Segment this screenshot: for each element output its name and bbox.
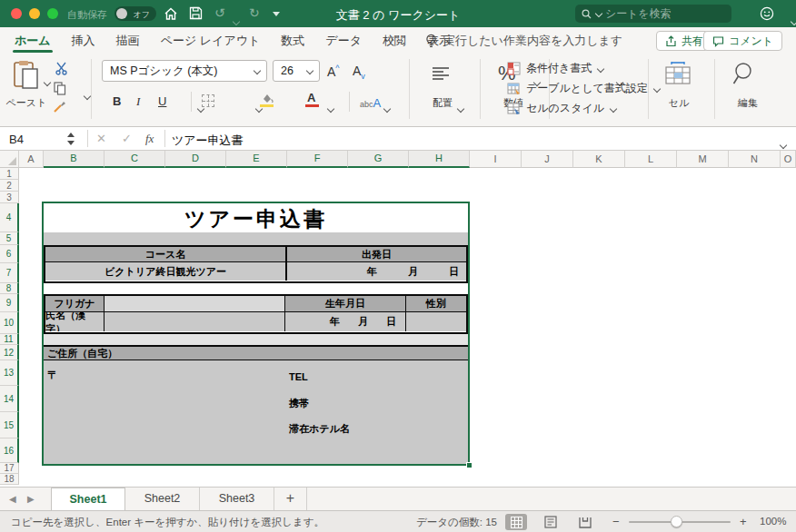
cell-styles-button[interactable]: セルのスタイル bbox=[507, 101, 617, 116]
font-size-select[interactable]: 26 bbox=[273, 60, 320, 82]
departure-date-cell[interactable]: 年 月 日 bbox=[287, 262, 466, 281]
birthdate-header-cell[interactable]: 生年月日 bbox=[285, 296, 406, 311]
column-header-O[interactable]: O bbox=[781, 151, 796, 168]
zoom-level[interactable]: 100% bbox=[760, 516, 786, 527]
gender-header-cell[interactable]: 性別 bbox=[406, 296, 466, 311]
column-header-F[interactable]: F bbox=[287, 151, 348, 168]
birthdate-date-cell[interactable]: 年 月 日 bbox=[285, 312, 406, 331]
fill-color-dropdown-icon[interactable] bbox=[327, 106, 334, 112]
paste-button[interactable] bbox=[13, 60, 40, 91]
row-header-10[interactable]: 10 bbox=[0, 312, 19, 334]
form-title-cell[interactable]: ツアー申込書 bbox=[44, 203, 468, 232]
page-break-view-button[interactable] bbox=[574, 514, 596, 530]
form-spacer-band-2[interactable] bbox=[44, 334, 468, 345]
comments-button[interactable]: コメント bbox=[703, 31, 782, 51]
row-header-18[interactable]: 18 bbox=[0, 474, 19, 485]
row-header-11[interactable]: 11 bbox=[0, 334, 19, 345]
next-sheet-icon[interactable]: ▶ bbox=[27, 494, 35, 504]
column-header-D[interactable]: D bbox=[165, 151, 226, 168]
menu-tab[interactable]: 数式 bbox=[281, 27, 304, 54]
decrease-font-button[interactable]: Av bbox=[353, 64, 365, 81]
format-as-table-button[interactable]: テーブルとして書式設定 bbox=[507, 81, 661, 96]
page-layout-view-button[interactable] bbox=[540, 514, 562, 530]
name-kanji-label-cell[interactable]: 氏名（漢字） bbox=[45, 312, 104, 331]
course-value-cell[interactable]: ビクトリア終日観光ツアー bbox=[45, 262, 287, 281]
address-body-cell[interactable]: 〒 TEL 携帯 滞在ホテル名 bbox=[44, 360, 468, 464]
column-header-I[interactable]: I bbox=[470, 151, 522, 168]
tour-form-selection[interactable]: ツアー申込書 コース名 出発日 ビクトリア終日観光ツアー 年 月 日 bbox=[42, 202, 470, 466]
format-painter-icon[interactable] bbox=[53, 100, 67, 114]
row-header-16[interactable]: 16 bbox=[0, 438, 19, 463]
menu-tab[interactable]: ホーム bbox=[15, 27, 51, 54]
conditional-formatting-button[interactable]: 条件付き書式 bbox=[507, 61, 604, 76]
row-header-15[interactable]: 15 bbox=[0, 412, 19, 438]
italic-button[interactable]: I bbox=[136, 94, 140, 109]
select-all-corner[interactable] bbox=[0, 151, 19, 168]
paste-dropdown-icon[interactable] bbox=[44, 80, 51, 85]
name-input-cell[interactable] bbox=[104, 312, 285, 331]
row-header-3[interactable]: 3 bbox=[0, 192, 19, 203]
course-header-cell[interactable]: コース名 bbox=[45, 247, 287, 261]
formula-bar-expand-icon[interactable] bbox=[780, 143, 787, 148]
column-header-B[interactable]: B bbox=[44, 151, 104, 168]
column-header-C[interactable]: C bbox=[104, 151, 165, 168]
cells-icon[interactable] bbox=[664, 62, 692, 85]
form-spacer-band[interactable] bbox=[44, 232, 468, 245]
prev-sheet-icon[interactable]: ◀ bbox=[9, 494, 16, 504]
underline-button[interactable]: U bbox=[158, 94, 166, 108]
column-header-A[interactable]: A bbox=[19, 151, 44, 168]
sheet-tab-sheet1[interactable]: Sheet1 bbox=[51, 488, 125, 510]
row-header-17[interactable]: 17 bbox=[0, 463, 19, 474]
font-color-button[interactable]: A bbox=[307, 91, 315, 104]
row-header-14[interactable]: 14 bbox=[0, 386, 19, 412]
text-effects-button[interactable]: abcA bbox=[360, 96, 381, 110]
row-header-4[interactable]: 4 bbox=[0, 203, 19, 232]
furigana-header-cell[interactable]: フリガナ bbox=[45, 296, 104, 311]
address-header-cell[interactable]: ご住所（自宅） bbox=[44, 345, 468, 360]
borders-button[interactable] bbox=[202, 94, 214, 107]
column-header-M[interactable]: M bbox=[677, 151, 729, 168]
copy-icon[interactable] bbox=[54, 82, 66, 95]
row-header-13[interactable]: 13 bbox=[0, 360, 19, 386]
zoom-out-icon[interactable]: − bbox=[612, 515, 620, 528]
sheet-tab-sheet2[interactable]: Sheet2 bbox=[125, 488, 200, 510]
selection-fill-handle[interactable] bbox=[466, 462, 473, 468]
bold-button[interactable]: B bbox=[113, 94, 121, 108]
search-scope-chevron-icon[interactable] bbox=[595, 11, 602, 16]
row-header-1[interactable]: 1 bbox=[0, 168, 19, 180]
menu-tab[interactable]: 校閲 bbox=[383, 27, 406, 54]
sheet-canvas[interactable]: ツアー申込書 コース名 出発日 ビクトリア終日観光ツアー 年 月 日 bbox=[19, 168, 796, 487]
sheet-tab-sheet3[interactable]: Sheet3 bbox=[200, 488, 274, 510]
tell-me[interactable]: 実行したい作業内容を入力します bbox=[425, 27, 622, 54]
column-header-L[interactable]: L bbox=[625, 151, 677, 168]
row-header-5[interactable]: 5 bbox=[0, 232, 19, 245]
menu-tab[interactable]: ページ レイアウト bbox=[161, 27, 261, 54]
search-box[interactable]: シートを検索 bbox=[575, 5, 731, 23]
column-header-H[interactable]: H bbox=[409, 151, 470, 168]
editing-icon[interactable] bbox=[732, 62, 756, 85]
column-header-G[interactable]: G bbox=[348, 151, 409, 168]
column-header-K[interactable]: K bbox=[573, 151, 625, 168]
row-header-8[interactable]: 8 bbox=[0, 283, 19, 294]
row-header-12[interactable]: 12 bbox=[0, 345, 19, 360]
feedback-chevron-icon[interactable] bbox=[791, 19, 796, 25]
menu-tab[interactable]: 描画 bbox=[116, 27, 140, 54]
column-header-E[interactable]: E bbox=[226, 151, 287, 168]
row-header-9[interactable]: 9 bbox=[0, 294, 19, 312]
name-box-stepper[interactable] bbox=[65, 132, 75, 146]
cancel-icon[interactable]: ✕ bbox=[96, 132, 106, 145]
alignment-icon[interactable] bbox=[433, 67, 449, 80]
name-box[interactable]: B4 bbox=[0, 127, 87, 150]
fill-color-button[interactable] bbox=[260, 93, 274, 103]
menu-tab[interactable]: データ bbox=[325, 27, 362, 54]
row-header-2[interactable]: 2 bbox=[0, 180, 19, 192]
zoom-slider-knob[interactable] bbox=[671, 516, 682, 527]
furigana-input-cell[interactable] bbox=[104, 296, 285, 311]
normal-view-button[interactable] bbox=[505, 514, 527, 530]
column-header-N[interactable]: N bbox=[729, 151, 781, 168]
menu-tab[interactable]: 挿入 bbox=[72, 27, 95, 54]
increase-font-button[interactable]: A^ bbox=[327, 64, 340, 79]
enter-icon[interactable]: ✓ bbox=[122, 132, 132, 145]
row-header-6[interactable]: 6 bbox=[0, 245, 19, 263]
insert-function-icon[interactable]: fx bbox=[145, 132, 154, 146]
